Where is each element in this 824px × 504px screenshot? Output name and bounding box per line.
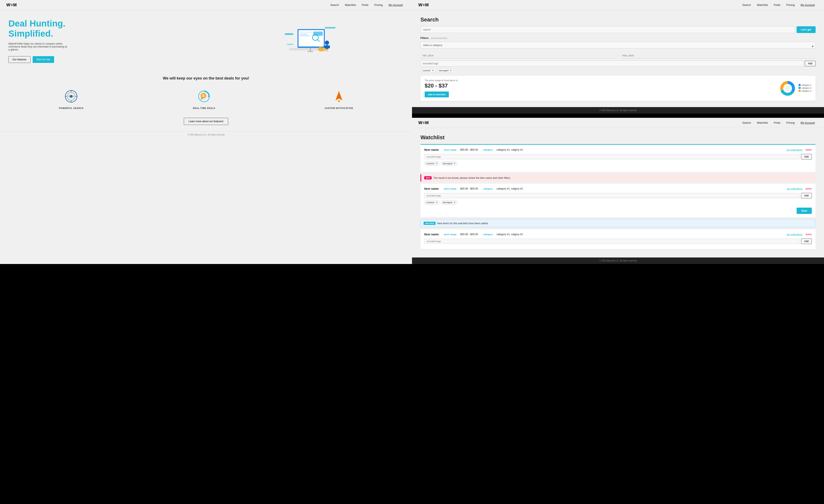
item1-price-label: price range: [444, 148, 456, 151]
left-nav: W≡M Search Watchlist Finds Pricing My Ac…: [0, 0, 412, 10]
watchlist-item-2: Item name price range $00.00 - $00.00 ca…: [420, 183, 816, 217]
item3-price-label: price range: [444, 233, 456, 236]
item1-price-val: $00.00 - $00.00: [460, 148, 478, 151]
svg-rect-10: [308, 51, 313, 52]
real-time-deals-icon: $: [197, 89, 211, 104]
category-select[interactable]: select a category: [420, 42, 816, 48]
left-logo: W≡M: [6, 3, 17, 7]
svg-point-20: [322, 48, 326, 51]
item3-set-notifications[interactable]: set notifications: [787, 233, 803, 236]
rb-nav-finds[interactable]: Finds: [774, 121, 781, 124]
excluded-tags-input[interactable]: [420, 60, 804, 67]
rt-nav-watchlist[interactable]: Watchlist: [757, 3, 768, 7]
item3-add-tag-button[interactable]: Add: [801, 239, 812, 244]
item3-cat-label: category: [483, 233, 493, 236]
add-tag-button[interactable]: Add: [805, 61, 816, 66]
svg-rect-4: [300, 34, 308, 34]
item2-remove-tag-damaged[interactable]: ✕: [453, 201, 455, 204]
hero-illustration: [277, 18, 339, 65]
tag-chip-cracked: cracked ✕: [420, 68, 436, 73]
left-nav-search[interactable]: Search: [330, 3, 339, 7]
item1-excluded-tags-input[interactable]: [424, 154, 800, 159]
item1-name: Item name: [424, 148, 441, 151]
item2-tag-damaged: damaged ✕: [441, 200, 458, 205]
svg-rect-6: [313, 31, 323, 36]
search-input[interactable]: [420, 26, 795, 33]
remove-tag-cracked[interactable]: ✕: [432, 69, 434, 72]
left-footer: © 2023 Alkyona LLC. All rights reserved: [0, 131, 412, 138]
item3-price-val: $00.00 - $00.00: [460, 233, 478, 236]
item1-set-notifications[interactable]: set notifications: [787, 148, 803, 151]
remove-tag-damaged[interactable]: ✕: [450, 69, 452, 72]
item1-remove-tag-damaged[interactable]: ✕: [453, 162, 455, 165]
right-top-footer: © 2023 Alkyona LLC. All rights reserved: [412, 107, 824, 114]
start-button[interactable]: Start for free: [33, 56, 54, 63]
svg-rect-14: [287, 44, 293, 45]
filters-label: Filters: [420, 36, 429, 39]
tagline: We will keep our eyes on the best deals …: [4, 76, 408, 81]
real-time-deals-label: REAL-TIME DEALS: [193, 107, 215, 109]
svg-rect-11: [285, 33, 293, 35]
add-to-watchlist-button[interactable]: add to watchlist: [425, 92, 449, 97]
svg-rect-5: [300, 35, 310, 36]
left-nav-pricing[interactable]: Pricing: [374, 3, 383, 7]
svg-rect-17: [324, 45, 326, 48]
black-gap: [412, 114, 824, 118]
item3-delete[interactable]: delete: [806, 233, 812, 236]
item2-name: Item name: [424, 187, 441, 191]
rt-nav-search[interactable]: Search: [742, 3, 751, 7]
item2-remove-tag-cracked[interactable]: ✕: [436, 201, 438, 204]
svg-point-41: [785, 85, 791, 92]
tag-chip-damaged: damaged ✕: [437, 68, 454, 73]
item2-set-notifications[interactable]: set notifications: [787, 187, 803, 190]
rt-nav-finds[interactable]: Finds: [774, 3, 781, 7]
left-nav-watchlist[interactable]: Watchlist: [345, 3, 356, 7]
right-top-logo: W≡M: [418, 3, 429, 7]
watchlist-item-1: Item name price range $00.00 - $00.00 ca…: [420, 144, 816, 172]
lets-go-button[interactable]: Let's go!: [797, 26, 816, 33]
item1-delete[interactable]: delete: [806, 148, 812, 151]
item2-tags-list: cracked ✕ damaged ✕: [424, 200, 812, 205]
item1-add-tag-button[interactable]: Add: [801, 154, 812, 159]
right-bottom-logo: W≡M: [418, 120, 429, 125]
features-button[interactable]: Our features: [8, 56, 30, 63]
alert-bar: alert The result is too broad, please re…: [420, 174, 816, 181]
item1-tag-cracked: cracked ✕: [424, 161, 439, 166]
item3-excluded-tags-input[interactable]: [424, 239, 800, 244]
learn-more-button[interactable]: Learn more about our features!: [184, 118, 228, 125]
svg-marker-31: [208, 96, 209, 97]
rb-nav-search[interactable]: Search: [742, 121, 751, 124]
right-bottom-footer: © 2023 Alkyona LLC. All rights reserved: [412, 257, 824, 264]
item2-add-tag-button[interactable]: Add: [801, 193, 812, 199]
price-range-card: The price range of most items is: $20 - …: [420, 76, 816, 101]
price-card-description: The price range of most items is:: [425, 79, 458, 82]
left-nav-finds[interactable]: Finds: [362, 3, 369, 7]
save-button[interactable]: Save: [797, 208, 812, 214]
item2-excluded-tags-input[interactable]: [424, 193, 800, 198]
rt-my-account[interactable]: My Account: [801, 3, 815, 7]
new-item-label: new item: [424, 222, 436, 225]
item1-tag-damaged: damaged ✕: [441, 161, 458, 166]
item1-remove-tag-cracked[interactable]: ✕: [436, 162, 438, 165]
svg-point-21: [325, 48, 328, 51]
item2-tag-cracked: cracked ✕: [424, 200, 439, 205]
rb-nav-pricing[interactable]: Pricing: [786, 121, 795, 124]
svg-rect-12: [325, 27, 335, 29]
left-my-account[interactable]: My Account: [389, 3, 403, 7]
search-page-title: Search: [420, 16, 816, 23]
alert-label: alert: [424, 176, 432, 179]
item2-delete[interactable]: delete: [806, 187, 812, 190]
item3-name: Item name: [424, 233, 441, 236]
rb-nav-watchlist[interactable]: Watchlist: [757, 121, 768, 124]
custom-notification-icon: [332, 89, 346, 104]
rb-my-account[interactable]: My Account: [801, 121, 815, 124]
hero-description: WatchForMe helps our clients to compare …: [8, 42, 67, 51]
rt-nav-pricing[interactable]: Pricing: [786, 3, 795, 7]
powerful-search-label: POWERFUL SEARCH: [59, 107, 84, 109]
min-price-input[interactable]: [420, 53, 616, 58]
new-item-message: New items for this watchlist have been a…: [437, 222, 489, 225]
legend-dot-3: [799, 90, 801, 92]
max-price-input[interactable]: [620, 53, 816, 58]
svg-point-15: [325, 40, 329, 45]
filters-recommended: (recommended): [431, 37, 447, 39]
